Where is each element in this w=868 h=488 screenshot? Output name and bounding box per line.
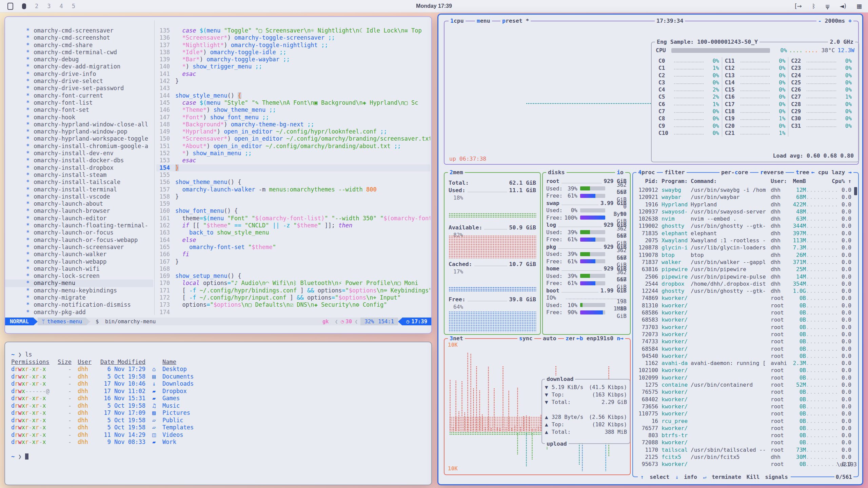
file-item[interactable]: *omarchy-launch-screensaver	[5, 244, 153, 251]
process-row[interactable]: 1170tailscal/usr/sbin/tailscaled --root7…	[633, 446, 853, 453]
window-btop[interactable]: 1cpu menu preset * 17:39:34 - 2000ms + E…	[437, 14, 863, 485]
process-row[interactable]: 73656kworker/root0B..........0.0	[633, 403, 853, 410]
info-button[interactable]: info ↵	[681, 474, 709, 480]
process-row[interactable]: 76575kworker/root0B..........0.0	[633, 388, 853, 395]
process-row[interactable]: 119078btopbtopdhh26M..........0.0	[633, 251, 853, 259]
network-icon[interactable]: ψ	[826, 3, 829, 9]
file-item[interactable]: *omarchy-install-dev-env	[5, 150, 153, 157]
file-item[interactable]: *omarchy-cmd-screensaver	[5, 27, 153, 34]
file-item[interactable]: *omarchy-cmd-terminal-cwd	[5, 49, 153, 56]
process-row[interactable]: 120937swayosd-/usr/bin/swayosd-serverdhh…	[633, 208, 853, 215]
process-row[interactable]: 120878glycin-i/usr/lib/glycin-loadersdhh…	[633, 244, 853, 251]
file-item[interactable]: *omarchy-hyprland-window-pop	[5, 128, 153, 135]
file-item[interactable]: *omarchy-hook	[5, 114, 153, 121]
process-row[interactable]: 74869kworker/root0B..........0.0	[633, 294, 853, 302]
file-item[interactable]: *omarchy-install-dropbox	[5, 164, 153, 171]
bluetooth-icon[interactable]: ᛒ	[812, 3, 815, 9]
window-terminal[interactable]: ~ ❯ lsPermissionsSizeUserDate ModifiedNa…	[4, 342, 432, 485]
process-row[interactable]: 120912swaybg/usr/bin/swaybg -i /homdhh12…	[633, 186, 853, 194]
file-item[interactable]: *omarchy-launch-about	[5, 200, 153, 207]
process-row[interactable]: 1916HyprlandHyprlanddhh422M..........0.0	[633, 201, 853, 208]
process-row[interactable]: 73703kworker/root0B..........0.0	[633, 324, 853, 331]
file-item[interactable]: *omarchy-install-vscode	[5, 193, 153, 200]
io-tab[interactable]: io	[615, 169, 625, 176]
process-row[interactable]: 63816pipewire/usr/bin/pipewiredhh25M....…	[633, 266, 853, 273]
process-row[interactable]: 803btrfs-trroot0B..........0.0	[633, 432, 853, 439]
update-interval[interactable]: - 2000ms +	[816, 18, 853, 24]
file-item[interactable]: *omarchy-cmd-share	[5, 42, 153, 49]
process-row[interactable]: 2506pipewire/usr/bin/pipewire-pulsedhh14…	[633, 273, 853, 280]
file-item[interactable]: *omarchy-launch-browser	[5, 207, 153, 215]
proc-scrollbar[interactable]	[854, 187, 857, 195]
workspace-2[interactable]: 2	[35, 3, 38, 9]
per-core-button[interactable]: per-core	[719, 169, 750, 176]
file-item[interactable]: *omarchy-lock-screen	[5, 272, 153, 280]
process-list[interactable]: 120912swaybg/usr/bin/swaybg -i /homdhh12…	[633, 186, 853, 468]
file-item[interactable]: *omarchy-pkg-add	[5, 309, 153, 316]
workspace-3[interactable]: 3	[47, 3, 51, 9]
process-row[interactable]: 110775kworker/root0B..........0.0	[633, 410, 853, 417]
file-item[interactable]: *omarchy-notification-dismiss	[5, 301, 153, 308]
tree-button[interactable]: tree	[794, 169, 811, 176]
file-item[interactable]: *omarchy-launch-or-focus-webapp	[5, 237, 153, 244]
process-row[interactable]: 16rcu_preeroot0B..........0.0	[633, 418, 853, 425]
file-item[interactable]: *omarchy-drive-info	[5, 70, 153, 78]
process-row[interactable]: 1275containe/usr/bin/containerdroot52M..…	[633, 381, 853, 388]
file-item[interactable]: *omarchy-hyprland-workspace-toggle	[5, 135, 153, 142]
file-item[interactable]: *omarchy-launch-or-focus	[5, 229, 153, 236]
window-icon[interactable]	[7, 3, 13, 10]
file-item[interactable]: *omarchy-cmd-screenshot	[5, 34, 153, 41]
process-row[interactable]: 119002ghostty/usr/bin/ghostty --gtk-dhh3…	[633, 222, 853, 229]
process-row[interactable]: 74733kworker/root0B..........0.0	[633, 338, 853, 345]
signals-button[interactable]: signals	[762, 474, 790, 480]
file-item[interactable]: *omarchy-launch-wifi	[5, 265, 153, 272]
auto-tab[interactable]: auto	[541, 335, 558, 342]
file-item[interactable]: *omarchy-launch-webapp	[5, 258, 153, 265]
file-list[interactable]: *omarchy-cmd-screensaver*omarchy-cmd-scr…	[5, 17, 153, 316]
process-row[interactable]: 95673kworker/root0B..........0.0	[633, 461, 853, 468]
file-item[interactable]: *omarchy-hyprland-window-close-all	[5, 121, 153, 128]
terminate-button[interactable]: terminate	[709, 474, 744, 480]
process-row[interactable]: 68584kworker/root0B..........0.0	[633, 345, 853, 352]
process-row[interactable]: 94540kworker/root0B..........0.0	[633, 352, 853, 360]
process-row[interactable]: 81310kworker/root0B..........0.0	[633, 302, 853, 309]
file-item[interactable]: *omarchy-install-docker-dbs	[5, 157, 153, 164]
volume-icon[interactable]: ◄)	[840, 3, 846, 9]
workspace-active-indicator[interactable]	[22, 3, 26, 9]
filter-button[interactable]: filter	[663, 169, 687, 176]
process-row[interactable]: 102638nvimnvim --embed .dhh63M..........…	[633, 215, 853, 222]
logout-icon[interactable]: [→	[795, 3, 802, 9]
file-item[interactable]: *omarchy-font-list	[5, 99, 153, 106]
file-item[interactable]: *omarchy-launch-floating-terminal-	[5, 222, 153, 229]
process-row[interactable]: 68402kworker/root0B..........0.0	[633, 396, 853, 403]
file-item[interactable]: *omarchy-drive-set-password	[5, 85, 153, 92]
process-row[interactable]: 1162avahi-daavahi-daemon: running [avahi…	[633, 360, 853, 367]
process-row[interactable]: 68586kworker/root0B..........0.0	[633, 309, 853, 316]
file-item[interactable]: *omarchy-install-tailscale	[5, 179, 153, 186]
workspace-5[interactable]: 5	[72, 3, 75, 9]
file-item[interactable]: *omarchy-font-set	[5, 106, 153, 114]
file-item[interactable]: *omarchy-drive-select	[5, 78, 153, 85]
window-neovim[interactable]: *omarchy-cmd-screensaver*omarchy-cmd-scr…	[4, 16, 432, 334]
process-row[interactable]: 102099kworker/root0B..........0.0	[633, 374, 853, 381]
file-item[interactable]: *omarchy-install-terminal	[5, 186, 153, 193]
process-row[interactable]: 120921waybar/usr/bin/waybardhh68M.......…	[633, 194, 853, 201]
file-item[interactable]: *omarchy-launch-editor	[5, 215, 153, 222]
process-row[interactable]: 72073kworker/root0B..........0.0	[633, 331, 853, 338]
select-buttons[interactable]: ↑ select ↓	[638, 474, 681, 480]
scroll-down-icon[interactable]: \u2193	[836, 461, 857, 468]
file-item[interactable]: *omarchy-menu	[5, 280, 153, 287]
menu-button[interactable]: menu	[475, 18, 492, 24]
process-row[interactable]: 76577kworker/root0B..........0.0	[633, 425, 853, 432]
process-row[interactable]: 2075XwaylandXwayland :1 -rootless -dhh11…	[633, 237, 853, 244]
workspace-4[interactable]: 4	[60, 3, 63, 9]
process-row[interactable]: 102100kworker/root0B..........0.0	[633, 367, 853, 374]
proc-sort-nav[interactable]: ← cpu lazy →	[810, 169, 853, 176]
process-row[interactable]: 12244ghostty/usr/bin/ghostty --gtk-dhh1.…	[633, 287, 853, 294]
file-item[interactable]: *omarchy-migrate	[5, 294, 153, 301]
preset-button[interactable]: preset *	[500, 18, 531, 24]
process-row[interactable]: 71835elephantelephantdhh397M..........0.…	[633, 230, 853, 237]
file-item[interactable]: *omarchy-install-chromium-google-a	[5, 143, 153, 150]
process-row[interactable]: 72088kworker/root0B..........0.0	[633, 439, 853, 446]
chip-icon[interactable]: ▦	[856, 3, 862, 9]
